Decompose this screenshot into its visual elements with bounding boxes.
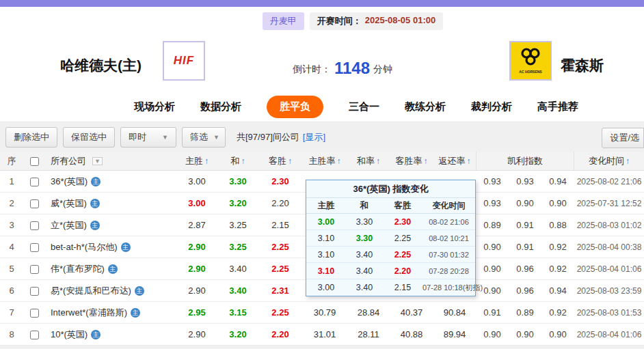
company-badge-icon[interactable]: 主 — [121, 242, 131, 252]
header-change-time-label: 变化时间 — [589, 156, 624, 166]
header-change-time[interactable]: 变化时间↑ — [574, 155, 644, 167]
content-area: 删除选中 保留选中 即时▼ 筛选▼ 共[97/97]间公司 [显示] 设置/选 … — [0, 122, 644, 349]
keep-selected-button[interactable]: 保留选中 — [63, 127, 115, 148]
company-cell[interactable]: Interwet*(塞浦路斯)主 — [45, 307, 176, 319]
kelly-home: 0.91 — [476, 307, 509, 318]
delete-selected-button[interactable]: 删除选中 — [5, 127, 57, 148]
select-all-checkbox[interactable] — [30, 157, 39, 166]
header-home-odds[interactable]: 主胜↑ — [176, 155, 217, 167]
row-checkbox-cell — [23, 307, 45, 318]
row-checkbox[interactable] — [30, 287, 39, 296]
row-checkbox[interactable] — [30, 178, 39, 186]
draw-odds: 3.15 — [217, 307, 258, 318]
company-name: 伟*(直布罗陀) — [51, 263, 105, 275]
sort-asc-icon[interactable]: ↑ — [376, 156, 380, 166]
kelly-home: 0.89 — [476, 220, 509, 230]
instant-dropdown[interactable]: 即时▼ — [120, 127, 176, 148]
company-name: 36*(英国) — [51, 176, 88, 188]
sort-asc-icon[interactable]: ↑ — [204, 156, 209, 166]
company-cell[interactable]: 立*(英国)主 — [45, 219, 176, 232]
tab-data-analysis[interactable]: 数据分析 — [200, 100, 241, 113]
home-odds: 2.95 — [176, 307, 217, 318]
league-badge[interactable]: 丹麦甲 — [263, 12, 304, 30]
header-draw-odds[interactable]: 和↑ — [217, 155, 258, 167]
popup-draw-odds: 3.40 — [346, 266, 383, 276]
sort-asc-icon[interactable]: ↑ — [467, 156, 471, 166]
countdown-label: 倒计时： — [293, 64, 331, 74]
sort-asc-icon[interactable]: ↑ — [626, 156, 630, 166]
row-checkbox[interactable] — [30, 309, 39, 318]
company-badge-icon[interactable]: 主 — [135, 286, 144, 296]
start-time-value: 2025-08-05 01:00 — [365, 15, 435, 27]
row-checkbox[interactable] — [30, 221, 39, 230]
kelly-draw: 0.96 — [509, 264, 541, 274]
tab-three-in-one[interactable]: 三合一 — [349, 100, 379, 113]
company-badge-icon[interactable]: 主 — [91, 177, 100, 186]
company-badge-icon[interactable]: 主 — [90, 199, 100, 208]
company-cell[interactable]: 36*(英国)主 — [45, 176, 176, 188]
header-draw-rate-label: 和率 — [357, 156, 375, 166]
popup-draw-odds: 3.40 — [346, 250, 383, 260]
kelly-home: 0.90 — [476, 329, 509, 339]
kelly-cell: 0.900.960.92 — [476, 264, 574, 274]
home-odds: 2.90 — [176, 264, 217, 274]
company-cell[interactable]: 10*(英国)主 — [45, 329, 176, 341]
tab-win-draw-lose[interactable]: 胜平负 — [267, 96, 323, 118]
row-checkbox[interactable] — [30, 265, 39, 274]
header-away-odds[interactable]: 客胜↑ — [258, 155, 302, 167]
home-odds: 2.90 — [176, 329, 217, 339]
tab-coach-analysis[interactable]: 教练分析 — [405, 100, 446, 113]
header-draw-rate[interactable]: 和率↑ — [347, 155, 390, 167]
table-row[interactable]: 7 Interwet*(塞浦路斯)主 2.95 3.15 2.25 30.79 … — [0, 302, 644, 324]
table-header-row: 序 所有公司▼ 主胜↑ 和↑ 客胜↑ 主胜率↑ 和率↑ 客胜率↑ 返还率↑ 凯利… — [0, 152, 644, 171]
sort-asc-icon[interactable]: ↑ — [424, 156, 428, 166]
toolbar: 删除选中 保留选中 即时▼ 筛选▼ 共[97/97]间公司 [显示] 设置/选 — [0, 122, 644, 152]
header-away-rate-label: 客胜率 — [396, 156, 422, 166]
home-odds: 3.00 — [176, 176, 217, 186]
header-company[interactable]: 所有公司▼ — [45, 155, 176, 167]
popup-header-time: 变化时间 — [422, 200, 475, 212]
sort-asc-icon[interactable]: ↑ — [288, 156, 292, 166]
company-badge-icon[interactable]: 主 — [90, 221, 100, 230]
kelly-away: 0.92 — [541, 264, 574, 274]
draw-rate: 28.84 — [347, 307, 390, 318]
company-badge-icon[interactable]: 主 — [131, 308, 140, 318]
sort-asc-icon[interactable]: ↑ — [241, 156, 245, 166]
table-row[interactable]: 8 10*(英国)主 2.90 3.20 2.20 31.01 28.11 40… — [0, 324, 644, 346]
chevron-down-icon: ▼ — [162, 134, 168, 141]
tab-live-analysis[interactable]: 现场分析 — [134, 100, 175, 113]
company-filter-icon[interactable]: ▼ — [92, 157, 103, 165]
company-cell[interactable]: 易*(安提瓜和巴布达)主 — [45, 285, 176, 297]
row-checkbox[interactable] — [30, 199, 39, 208]
tab-expert-picks[interactable]: 高手推荐 — [537, 100, 578, 113]
settings-button[interactable]: 设置/选 — [602, 128, 644, 148]
header-return-rate[interactable]: 返还率↑ — [433, 155, 476, 167]
sort-asc-icon[interactable]: ↑ — [337, 156, 341, 166]
header-away-rate[interactable]: 客胜率↑ — [390, 155, 433, 167]
away-rate: 40.88 — [390, 329, 433, 339]
company-badge-icon[interactable]: 主 — [91, 330, 100, 339]
draw-odds: 3.40 — [217, 285, 258, 296]
filter-dropdown[interactable]: 筛选▼ — [182, 127, 226, 148]
popup-row: 3.10 3.40 2.25 07-30 01:32 — [306, 247, 475, 263]
tab-referee-analysis[interactable]: 裁判分析 — [471, 100, 512, 113]
horsens-rings-icon — [518, 48, 543, 69]
row-checkbox[interactable] — [30, 331, 39, 339]
instant-dropdown-label: 即时 — [129, 131, 146, 143]
kelly-home: 0.93 — [476, 198, 509, 208]
kelly-draw: 0.91 — [509, 242, 541, 252]
header-home-rate-label: 主胜率 — [309, 156, 336, 166]
show-link[interactable]: [显示] — [303, 131, 325, 143]
company-badge-icon[interactable]: 主 — [108, 264, 118, 274]
company-cell[interactable]: 伟*(直布罗陀)主 — [45, 263, 176, 275]
kelly-cell: 0.900.900.90 — [476, 329, 574, 339]
header-home-rate[interactable]: 主胜率↑ — [302, 155, 347, 167]
company-cell[interactable]: 威*(英国)主 — [45, 197, 176, 210]
row-checkbox[interactable] — [30, 243, 39, 252]
draw-odds: 3.25 — [217, 242, 258, 252]
kelly-away: 0.94 — [541, 176, 574, 186]
company-cell[interactable]: bet-at-h*(马尔他)主 — [45, 241, 176, 253]
nav-tabs: 现场分析 数据分析 胜平负 三合一 教练分析 裁判分析 高手推荐 — [0, 92, 644, 122]
header-checkbox-cell — [23, 156, 45, 166]
kelly-away: 0.90 — [541, 198, 574, 208]
